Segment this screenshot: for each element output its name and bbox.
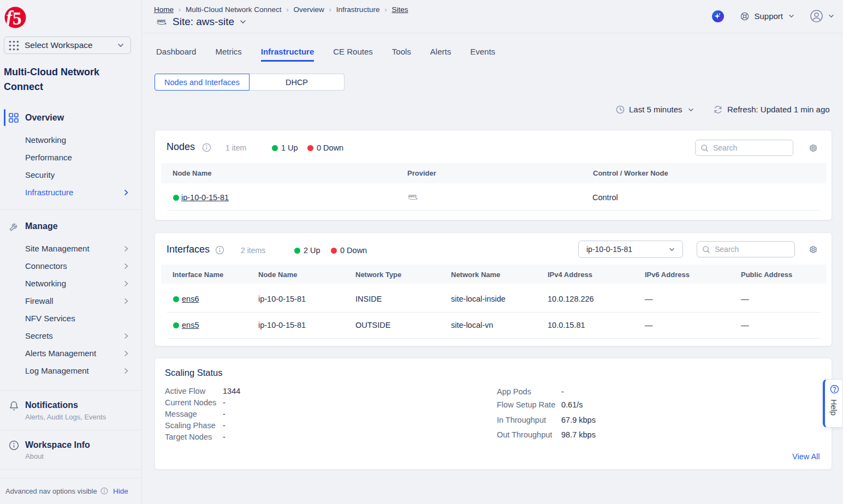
svg-text:5: 5 <box>13 9 22 28</box>
svg-text:aws: aws <box>408 193 417 199</box>
svg-text:aws: aws <box>157 18 165 23</box>
